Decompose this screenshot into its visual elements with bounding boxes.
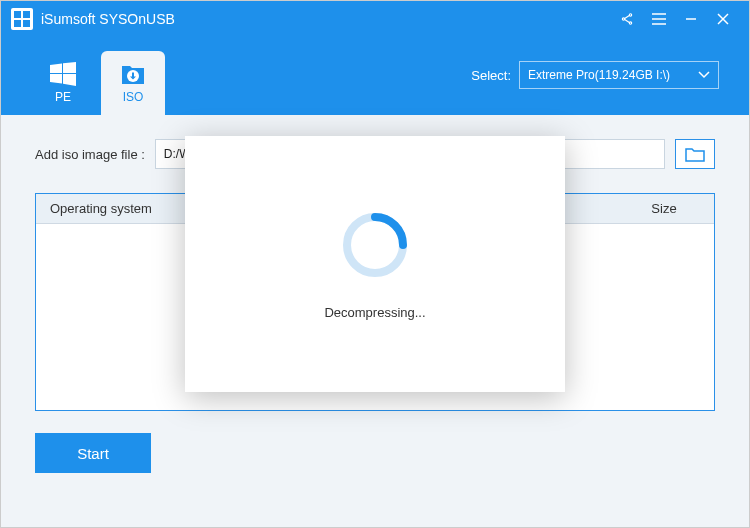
- folder-download-icon: [120, 62, 146, 86]
- menu-button[interactable]: [643, 4, 675, 34]
- svg-rect-2: [23, 11, 30, 18]
- svg-line-8: [625, 16, 630, 19]
- progress-status: Decompressing...: [324, 305, 425, 320]
- col-header-size: Size: [614, 201, 714, 216]
- app-logo: iSumsoft SYSOnUSB: [11, 8, 175, 30]
- tab-pe-label: PE: [55, 90, 71, 104]
- browse-button[interactable]: [675, 139, 715, 169]
- share-icon: [620, 12, 634, 26]
- drive-select-wrap: Select: Extreme Pro(119.24GB I:\): [471, 61, 719, 89]
- add-iso-label: Add iso image file :: [35, 147, 145, 162]
- drive-select-value: Extreme Pro(119.24GB I:\): [528, 68, 670, 82]
- logo-icon: [11, 8, 33, 30]
- svg-rect-1: [14, 11, 21, 18]
- windows-icon: [50, 62, 76, 86]
- tab-pe[interactable]: PE: [31, 51, 95, 115]
- spinner-icon: [339, 209, 411, 281]
- close-button[interactable]: [707, 4, 739, 34]
- svg-point-5: [629, 14, 631, 16]
- toolbar: PE ISO Select: Extreme Pro(119.24GB I:\): [1, 37, 749, 115]
- svg-marker-16: [50, 64, 62, 74]
- svg-rect-4: [23, 20, 30, 27]
- close-icon: [717, 13, 729, 25]
- start-button-label: Start: [77, 445, 109, 462]
- app-title: iSumsoft SYSOnUSB: [41, 11, 175, 27]
- chevron-down-icon: [698, 68, 710, 82]
- titlebar: iSumsoft SYSOnUSB: [1, 1, 749, 37]
- start-button[interactable]: Start: [35, 433, 151, 473]
- folder-icon: [685, 146, 705, 162]
- progress-modal: Decompressing...: [185, 136, 565, 392]
- svg-point-6: [622, 18, 624, 20]
- menu-icon: [652, 13, 666, 25]
- svg-point-7: [629, 22, 631, 24]
- svg-marker-17: [63, 62, 76, 73]
- svg-rect-3: [14, 20, 21, 27]
- tab-iso-label: ISO: [123, 90, 144, 104]
- select-label: Select:: [471, 68, 511, 83]
- svg-line-9: [625, 20, 630, 23]
- minimize-icon: [685, 13, 697, 25]
- tab-iso[interactable]: ISO: [101, 51, 165, 115]
- svg-marker-18: [50, 74, 62, 84]
- share-button[interactable]: [611, 4, 643, 34]
- drive-select[interactable]: Extreme Pro(119.24GB I:\): [519, 61, 719, 89]
- svg-marker-19: [63, 74, 76, 86]
- minimize-button[interactable]: [675, 4, 707, 34]
